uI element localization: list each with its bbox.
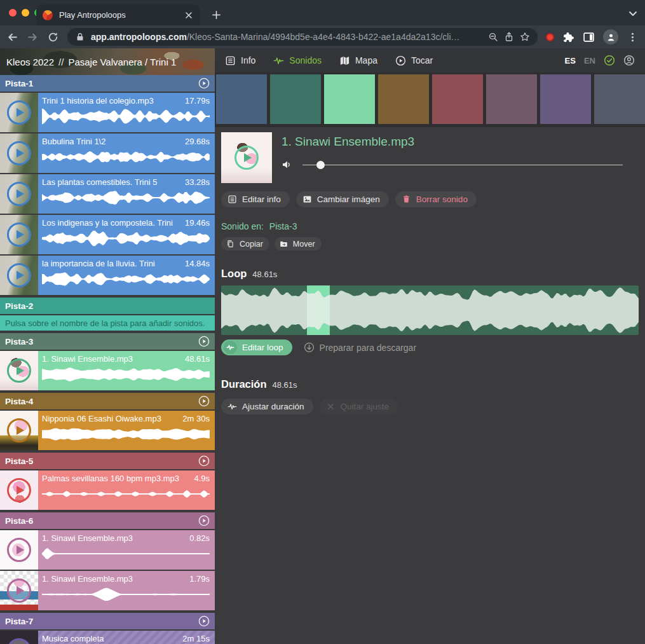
nav-item-sonidos[interactable]: Sonidos	[273, 55, 322, 66]
nav-item-tocar[interactable]: Tocar	[395, 55, 433, 66]
browser-tab[interactable]: Play Antropoloops	[36, 4, 200, 25]
waveform-icon	[273, 55, 284, 66]
nav-item-mapa[interactable]: Mapa	[339, 55, 377, 66]
track-header-pista-5[interactable]: Pista-5	[0, 453, 215, 469]
swatch-pista-4[interactable]	[378, 74, 429, 124]
clip-play-button[interactable]	[7, 538, 31, 562]
check-circle-icon[interactable]	[604, 55, 615, 66]
clip-row[interactable]: la importancia de la lluvia. Trini14.84s	[0, 256, 215, 295]
tab-close-icon[interactable]	[184, 10, 194, 20]
tab-search-chevron-icon[interactable]	[627, 8, 639, 19]
clip-play-button[interactable]	[7, 182, 31, 206]
clip-thumbnail[interactable]	[0, 215, 38, 254]
loop-waveform-editor[interactable]	[221, 285, 639, 335]
share-icon[interactable]	[504, 32, 514, 42]
clip-thumbnail[interactable]	[0, 93, 38, 132]
clip-row[interactable]: Bubulina Trini 1\229.68s	[0, 134, 215, 173]
clip-thumbnail[interactable]	[0, 530, 38, 570]
change-image-button[interactable]: Cambiar imágen	[296, 191, 389, 207]
clip-row[interactable]: Las plantas comestibles. Trini 533.28s	[0, 174, 215, 214]
breadcrumb-path-link[interactable]: Pasaje Valvanera / Trini 1	[68, 57, 176, 67]
clip-thumbnail[interactable]	[0, 351, 38, 390]
swatch-pista-6[interactable]	[486, 74, 537, 124]
move-button[interactable]: Mover	[275, 237, 322, 250]
breadcrumb-project-link[interactable]: Kleos 2022	[6, 57, 54, 67]
swatch-pista-7[interactable]	[540, 74, 591, 124]
track-header-pista-4[interactable]: Pista-4	[0, 393, 215, 409]
swatch-pista-5[interactable]	[432, 74, 483, 124]
sound-in-track-link[interactable]: Pista-3	[269, 221, 297, 231]
track-play-button[interactable]	[198, 515, 210, 526]
edit-loop-button[interactable]: Editar loop	[221, 339, 292, 355]
edit-info-button[interactable]: Editar info	[221, 191, 290, 207]
adjust-duration-button[interactable]: Ajustar duración	[221, 399, 313, 414]
track-header-pista-2[interactable]: Pista-2	[0, 298, 215, 314]
side-panel-icon[interactable]	[583, 31, 595, 43]
url-bar[interactable]: app.antropoloops.com/Kleos-Santa-Marina/…	[67, 28, 538, 46]
volume-knob[interactable]	[316, 161, 325, 169]
back-icon[interactable]	[6, 31, 18, 43]
volume-slider[interactable]	[302, 161, 623, 169]
lang-en-button[interactable]: EN	[584, 56, 595, 65]
record-indicator-icon[interactable]	[546, 33, 554, 41]
clip-play-button[interactable]	[7, 638, 31, 644]
clip-play-button[interactable]	[7, 579, 31, 603]
track-play-button[interactable]	[198, 78, 210, 89]
clip-play-button[interactable]	[7, 100, 31, 125]
prepare-download-button[interactable]: Preparar para descargar	[304, 342, 417, 353]
clip-row[interactable]: Trini 1 historia del colegio.mp317.79s	[0, 93, 215, 132]
track-play-button[interactable]	[198, 395, 210, 407]
clip-thumbnail[interactable]	[0, 174, 38, 214]
clip-thumbnail[interactable]	[0, 411, 38, 450]
track-header-pista-7[interactable]: Pista-7	[0, 613, 215, 629]
track-play-button[interactable]	[198, 336, 210, 347]
swatch-pista-3[interactable]	[324, 74, 375, 124]
sound-play-button[interactable]	[234, 146, 259, 170]
reload-icon[interactable]	[47, 31, 59, 43]
clip-thumbnail[interactable]	[0, 571, 38, 610]
extensions-icon[interactable]	[562, 31, 574, 43]
clip-row[interactable]: Musica completa2m 15s	[0, 631, 215, 644]
clip-play-button[interactable]	[7, 418, 31, 442]
clip-play-button[interactable]	[7, 359, 31, 383]
bookmark-star-icon[interactable]	[520, 32, 530, 42]
avatar-icon[interactable]	[603, 29, 618, 45]
swatch-pista-1[interactable]	[216, 74, 267, 124]
clip-thumbnail[interactable]	[0, 631, 38, 644]
kebab-menu-icon[interactable]	[627, 31, 639, 43]
clip-play-button[interactable]	[7, 141, 31, 165]
move-label: Mover	[293, 240, 315, 249]
clip-thumbnail[interactable]	[0, 470, 38, 510]
swatch-pista-2[interactable]	[270, 74, 321, 124]
person-circle-icon[interactable]	[623, 55, 635, 66]
clip-play-button[interactable]	[7, 263, 31, 287]
remove-adjust-button[interactable]: Quitar ajuste	[320, 399, 398, 414]
track-play-button[interactable]	[198, 615, 210, 627]
clip-row[interactable]: 1. Sinawi Ensemble.mp30.82s	[0, 530, 215, 570]
clip-row[interactable]: Los indigenas y la compostela. Trini19.4…	[0, 215, 215, 254]
clip-row[interactable]: Palmas sevillanas 160 bpm mp3.mp34.9s	[0, 470, 215, 510]
clip-thumbnail[interactable]	[0, 256, 38, 295]
clip-play-button[interactable]	[7, 478, 31, 502]
clip-thumbnail[interactable]	[0, 134, 38, 173]
clip-play-button[interactable]	[7, 223, 31, 247]
clip-row[interactable]: Nipponia 06 Esashi Oiwake.mp32m 30s	[0, 411, 215, 450]
track-header-pista-6[interactable]: Pista-6	[0, 512, 215, 529]
swatch-pista-8[interactable]	[594, 74, 645, 124]
sound-thumbnail[interactable]	[221, 132, 272, 183]
zoom-level-icon[interactable]	[488, 32, 498, 42]
close-window-button[interactable]	[9, 9, 17, 17]
clip-row[interactable]: 1. Sinawi Ensemble.mp348.61s	[0, 351, 215, 390]
clip-row[interactable]: 1. Sinawi Ensemble.mp31.79s	[0, 571, 215, 610]
new-tab-button[interactable]	[208, 7, 224, 22]
track-header-pista-3[interactable]: Pista-3	[0, 333, 215, 350]
forward-icon[interactable]	[27, 31, 39, 43]
delete-sound-button[interactable]: Borrar sonido	[395, 191, 477, 207]
copy-button[interactable]: Copiar	[221, 237, 269, 250]
track-play-button[interactable]	[198, 455, 210, 467]
nav-item-info[interactable]: Info	[225, 55, 255, 66]
minimize-window-button[interactable]	[22, 9, 29, 17]
lang-es-button[interactable]: ES	[565, 56, 576, 65]
track-header-pista-1[interactable]: Pista-1	[0, 75, 215, 92]
nav-label-mapa: Mapa	[355, 55, 377, 65]
